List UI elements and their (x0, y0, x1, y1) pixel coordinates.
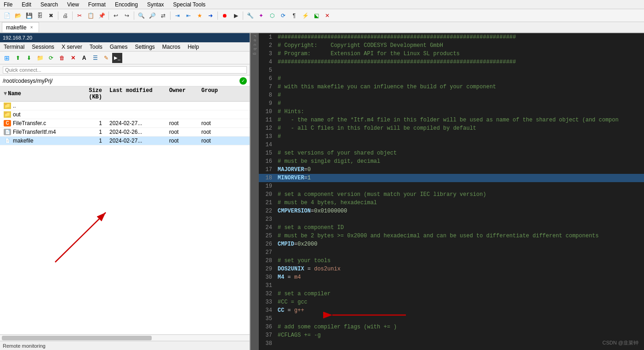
code-line: 7 # with this makefile you can influence… (259, 83, 644, 91)
menu-format[interactable]: Format (86, 1, 108, 8)
left-menu-help[interactable]: Help (186, 44, 201, 50)
paste-button[interactable]: 📌 (97, 11, 107, 21)
cut-button[interactable]: ✂ (74, 11, 85, 21)
redo-button[interactable]: ↪ (122, 11, 132, 21)
bookmark-button[interactable]: ★ (194, 11, 205, 21)
left-menu-games[interactable]: Games (108, 44, 130, 50)
sep7 (243, 11, 243, 20)
macro-play-button[interactable]: ▶ (231, 11, 241, 21)
code-line: 37 #CFLAGS += -g (259, 331, 644, 339)
plugin1-button[interactable]: 🔧 (245, 11, 255, 21)
path-text: /root/codesys/myPrj/ (3, 78, 53, 84)
indent-button[interactable]: ⇥ (172, 11, 182, 21)
menu-encoding[interactable]: Encoding (113, 1, 140, 8)
close-all-button[interactable]: ✕ (322, 11, 332, 21)
find-button[interactable]: 🔍 (136, 11, 146, 21)
cmd-btn[interactable]: ▶_ (112, 53, 122, 63)
line-content: M4 = m4 (275, 273, 644, 281)
save-all-button[interactable]: 🗄 (35, 11, 45, 21)
line-content: # (275, 75, 644, 83)
left-menu-sessions[interactable]: Sessions (30, 44, 56, 50)
mkdir-btn[interactable]: 📁 (35, 53, 45, 63)
line-content (275, 66, 644, 75)
rename-btn[interactable]: A (79, 53, 89, 63)
file-date: 2024-02-27... (106, 120, 165, 126)
code-line: 10 # Hints: (259, 108, 644, 116)
line-number: 8 (259, 91, 275, 99)
plugin6-button[interactable]: ⬕ (311, 11, 321, 21)
file-size: 1 (71, 120, 106, 126)
col-name-header[interactable]: Name (8, 91, 21, 97)
code-line: 25 # must be 2 bytes >= 0x2000 and hexad… (259, 232, 644, 240)
download-btn[interactable]: ⬇ (24, 53, 34, 63)
plugin4-button[interactable]: ⟳ (278, 11, 288, 21)
tab-close-button[interactable]: × (28, 24, 35, 31)
close-button[interactable]: ✖ (46, 11, 56, 21)
delete-btn[interactable]: 🗑 (57, 53, 67, 63)
col-size-header[interactable]: Size (KB) (71, 87, 106, 100)
horizontal-scrollbar[interactable] (0, 334, 250, 341)
code-line: 24 # set a component ID (259, 224, 644, 232)
undo-button[interactable]: ↩ (111, 11, 121, 21)
bottom-text: Remote monitoring (3, 343, 46, 349)
line-content: # set a component version (must match yo… (275, 190, 644, 199)
file-row[interactable]: C FileTransfer.c 1 2024-02-27... root ro… (0, 119, 250, 128)
code-lines-container[interactable]: 1 ######################################… (259, 33, 644, 350)
bookmark-next-button[interactable]: ➜ (205, 11, 216, 21)
left-menu-tools[interactable]: Tools (88, 44, 104, 50)
copy-button[interactable]: 📋 (85, 11, 96, 21)
outdent-button[interactable]: ⇤ (183, 11, 194, 21)
file-row-selected[interactable]: 📄 makefile 1 2024-02-27... root root (0, 137, 250, 145)
line-content: # (275, 91, 644, 99)
line-number: 36 (259, 323, 275, 331)
upload-btn[interactable]: ⬆ (13, 53, 23, 63)
menu-edit[interactable]: Edit (20, 1, 33, 8)
left-menu-macros[interactable]: Macros (160, 44, 182, 50)
line-number: 7 (259, 83, 275, 91)
view-btn[interactable]: ☰ (90, 53, 100, 63)
print-button[interactable]: 🖨 (60, 11, 70, 21)
left-menu-settings[interactable]: Settings (133, 44, 156, 50)
line-content: # (275, 132, 644, 141)
code-line: 23 (259, 215, 644, 224)
refresh-btn[interactable]: ⟳ (46, 53, 56, 63)
stop-btn[interactable]: ✕ (68, 53, 78, 63)
edit-btn[interactable]: ✎ (101, 53, 111, 63)
menu-file[interactable]: File (2, 1, 14, 8)
format-button[interactable]: ¶ (289, 11, 299, 21)
new-button[interactable]: 📄 (2, 11, 12, 21)
file-row[interactable]: 📄 FileTransferItf.m4 1 2024-02-26... roo… (0, 128, 250, 137)
line-number: 25 (259, 232, 275, 240)
replace-button[interactable]: ⇄ (158, 11, 168, 21)
menu-special-tools[interactable]: Special Tools (171, 1, 208, 8)
tab-makefile[interactable]: makefile × (2, 22, 39, 32)
col-group-header[interactable]: Group (198, 87, 230, 100)
menu-view[interactable]: View (65, 1, 81, 8)
code-line: 13 # (259, 132, 644, 141)
col-date-header[interactable]: Last modified (106, 87, 165, 100)
code-line: 35 (259, 315, 644, 323)
line-content: # must be single digit, decimal (275, 157, 644, 166)
line-content: # - all C files in this folder will be c… (275, 124, 644, 132)
open-button[interactable]: 📂 (13, 11, 23, 21)
left-menu-terminal[interactable]: Terminal (2, 44, 26, 50)
makefile-icon: 📄 (4, 138, 11, 144)
session-btn[interactable]: ⊞ (2, 53, 12, 63)
save-button[interactable]: 💾 (24, 11, 34, 21)
col-owner-header[interactable]: Owner (165, 87, 198, 100)
macro-rec-button[interactable]: ⏺ (220, 11, 230, 21)
plugin5-button[interactable]: ⚡ (300, 11, 310, 21)
plugin3-button[interactable]: ⬡ (267, 11, 277, 21)
plugin2-button[interactable]: ✦ (256, 11, 266, 21)
code-line: 28 # set your tools (259, 257, 644, 265)
sep1 (58, 11, 58, 20)
code-line: 17 MAJORVER=0 (259, 166, 644, 174)
left-menu-xserver[interactable]: X server (60, 44, 84, 50)
file-row[interactable]: 📁 .. (0, 102, 250, 110)
menu-search[interactable]: Search (39, 1, 60, 8)
code-line: 22 CMPVERSION=0x01000000 (259, 207, 644, 215)
find-next-button[interactable]: 🔎 (147, 11, 157, 21)
file-row[interactable]: 📁 out (0, 110, 250, 119)
menu-syntax[interactable]: Syntax (145, 1, 166, 8)
quick-connect-input[interactable] (3, 66, 247, 74)
